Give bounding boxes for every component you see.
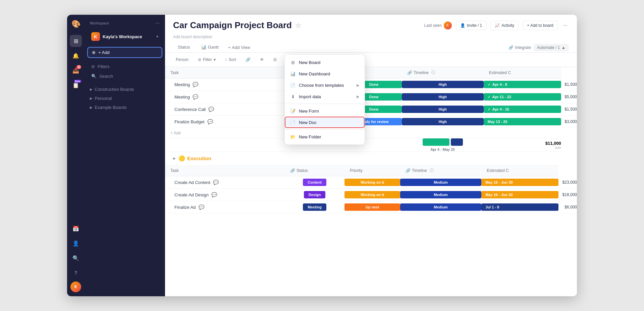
nav-home[interactable]: ⊞ [70, 35, 82, 47]
table-row: Finalize Budget 💬 Conference Call Ready … [165, 116, 577, 128]
toolbar-person[interactable]: Person [173, 56, 191, 63]
estimate-cell: $18,000 [558, 189, 577, 201]
comment-icon[interactable]: 💬 [208, 107, 214, 112]
tag-cell: Content [285, 176, 344, 189]
nav-inbox[interactable]: 📥 3 [70, 64, 82, 76]
new-board-label: New Board [299, 60, 320, 65]
filter-icon: ⊘ [91, 64, 95, 69]
priority-badge: High [402, 106, 484, 113]
task-name: Meeting [174, 82, 190, 87]
board-description[interactable]: Add board description [173, 35, 569, 39]
sidebar-item-example[interactable]: ▶ Example Boards [85, 103, 165, 112]
status-badge: Up next [344, 203, 400, 211]
new-form-icon: 📝 [290, 108, 296, 114]
execution-table: Task 🔗 Status Priority 🔗 [165, 165, 577, 213]
timeline-bar: ✓ Apr 11 - 22 [484, 93, 561, 101]
table-header-row: Task 🔗 Status Priority 🔗 [165, 67, 577, 78]
add-to-board-button[interactable]: + Add to board [523, 21, 557, 30]
user-avatar[interactable]: K [70, 282, 81, 292]
task-name: Create Ad Content [174, 180, 210, 185]
task-cell: Meeting 💬 [165, 78, 285, 90]
sidebar-item-construction-label: Construction Boards [95, 87, 134, 92]
dropdown-item-new-dashboard[interactable]: 📊 New Dashboard [285, 68, 365, 79]
invite-button[interactable]: 👤 Invite / 1 [456, 21, 486, 30]
dropdown-item-new-form[interactable]: 📝 New Form [285, 105, 365, 117]
nav-add-user[interactable]: 👤 [70, 237, 82, 249]
comment-icon[interactable]: 💬 [207, 119, 213, 124]
task-tag: Meeting [303, 203, 326, 211]
nav-form[interactable]: 📋 Beta [70, 79, 82, 91]
table-row: Meeting 💬 Meeting Done Hig [165, 91, 577, 103]
estimate-cell: $5,000 [561, 91, 577, 103]
section-header: ▶ 🟡 Execution [165, 152, 577, 165]
priority-badge: Medium [400, 179, 481, 186]
inbox-badge: 3 [76, 65, 81, 69]
dropdown-item-new-board[interactable]: ⊞ New Board [285, 57, 365, 68]
tab-gantt[interactable]: 📊 Gantt [196, 43, 223, 52]
timeline-cell: May 13 - 25 [484, 116, 561, 128]
tab-status[interactable]: Status [173, 43, 195, 52]
sidebar-more-button[interactable]: ··· [155, 20, 160, 26]
nav-search[interactable]: 🔍 [70, 252, 82, 264]
search-action[interactable]: 🔍 Search [87, 72, 162, 81]
star-icon[interactable]: ☆ [295, 21, 301, 29]
board-more-button[interactable]: ··· [562, 21, 569, 30]
import-arrow-icon: ▶ [357, 95, 359, 99]
section-collapse-icon[interactable]: ▶ [173, 156, 176, 161]
add-task-row[interactable]: + Add [165, 128, 577, 138]
toolbar-link[interactable]: 🔗 [243, 56, 253, 63]
timeline-value: Apr 4 - 15 [492, 107, 509, 111]
automate-button[interactable]: Automate / 1 ▲ [534, 44, 569, 51]
workspace-selector[interactable]: K Kayla's Workspace ▾ [87, 30, 162, 43]
comment-icon[interactable]: 💬 [211, 192, 217, 197]
dropdown-item-new-doc[interactable]: 📄 New Doc [285, 117, 365, 128]
status-badge: Working on it [344, 179, 400, 186]
add-to-board-label: + Add to board [527, 23, 553, 28]
dropdown-item-import[interactable]: ⬇ Import data ▶ [285, 91, 365, 102]
sum-label: sum [484, 146, 561, 149]
toolbar-sort[interactable]: ↕ Sort [222, 56, 239, 63]
logo-icon: 🎨 [71, 20, 80, 28]
nav-help[interactable]: ? [70, 267, 82, 279]
comment-icon[interactable]: 💬 [193, 82, 198, 87]
timeline-bar: May 16 - Jun 30 [481, 179, 558, 186]
toolbar-columns[interactable]: ⊟ [271, 56, 279, 63]
status-cell: Up next [344, 201, 400, 213]
task-name: Meeting [174, 95, 190, 100]
add-button[interactable]: ⊕ + Add [87, 47, 162, 58]
workspace-name: Kayla's Workspace [103, 34, 154, 39]
dropdown-item-templates[interactable]: 📄 Choose from templates ▶ [285, 79, 365, 91]
nav-bell[interactable]: 🔔 [70, 50, 82, 62]
activity-icon: 📈 [495, 23, 500, 28]
new-folder-icon: 📁 [290, 134, 296, 139]
task-name: Create Ad Design [174, 192, 209, 197]
task-cell: Conference Call 💬 [165, 103, 285, 115]
task-tag: Content [303, 179, 326, 186]
add-task-label: + Add [170, 131, 181, 135]
comment-icon[interactable]: 💬 [199, 204, 204, 210]
new-doc-icon: 📄 [290, 120, 296, 125]
comment-icon[interactable]: 💬 [213, 180, 219, 185]
workspace-chevron-icon: ▾ [156, 34, 158, 39]
last-seen-avatar: K [444, 21, 452, 29]
tab-gantt-label: Gantt [208, 45, 219, 50]
priority-cell: Medium [400, 189, 481, 201]
add-view-button[interactable]: + Add View [225, 43, 254, 52]
sort-icon: ↕ [225, 57, 227, 62]
th-task: Task [165, 67, 285, 78]
toolbar-eye[interactable]: 👁 [257, 56, 267, 63]
new-doc-label: New Doc [299, 120, 317, 125]
activity-label: Activity [501, 23, 514, 28]
dropdown-item-new-folder[interactable]: 📁 New Folder [285, 131, 365, 142]
nav-calendar[interactable]: 📅 [70, 223, 82, 235]
sidebar-item-personal[interactable]: ▶ Personal [85, 94, 165, 103]
activity-button[interactable]: 📈 Activity [490, 21, 519, 30]
timeline-value: May 16 - Jun 30 [485, 193, 513, 197]
toolbar-filter[interactable]: ⊘ Filter ▾ [195, 56, 218, 63]
filters-action[interactable]: ⊘ Filters [87, 62, 162, 71]
estimate-cell: $1,500 [561, 103, 577, 116]
sidebar-item-construction[interactable]: ▶ Construction Boards [85, 85, 165, 94]
main-content: Car Campaign Project Board ☆ Last seen K… [165, 15, 577, 296]
integrate-button[interactable]: 🔗 Integrate [508, 45, 531, 50]
comment-icon[interactable]: 💬 [193, 94, 198, 100]
